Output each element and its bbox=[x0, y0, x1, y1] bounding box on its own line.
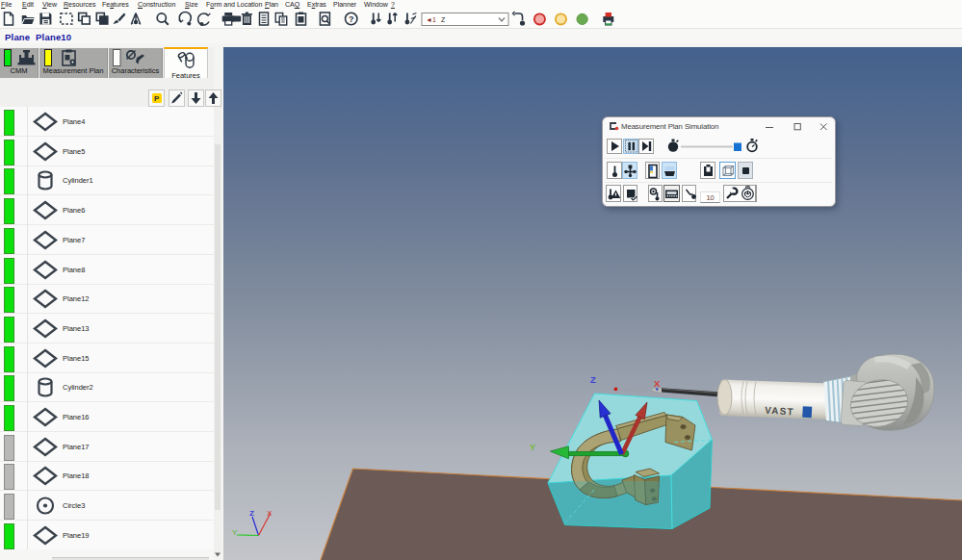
svg-text:Z: Z bbox=[249, 509, 254, 518]
svg-text:VAST: VAST bbox=[765, 405, 794, 418]
svg-text:X: X bbox=[267, 509, 273, 518]
svg-text:X: X bbox=[654, 378, 661, 389]
svg-text:Z: Z bbox=[590, 374, 596, 385]
svg-text:Y: Y bbox=[530, 442, 536, 452]
svg-text:Y: Y bbox=[232, 528, 238, 537]
svg-text:◄1: ◄1 bbox=[426, 16, 436, 23]
svg-text:?: ? bbox=[349, 14, 354, 24]
svg-text:Z: Z bbox=[441, 16, 446, 23]
